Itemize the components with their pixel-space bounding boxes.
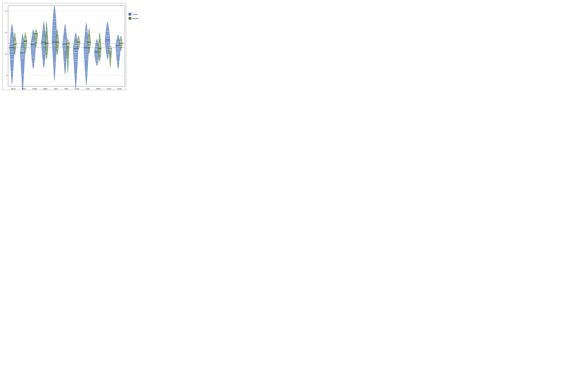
svg-rect-177	[44, 38, 45, 38]
plot-and-legend: 8101214BLCABRCACOADHNSCKICHKIRCLUADLUSCP…	[2, 3, 146, 91]
svg-rect-309	[68, 44, 69, 44]
svg-rect-129	[33, 42, 34, 43]
svg-rect-404	[89, 33, 90, 33]
svg-rect-234	[54, 45, 54, 46]
svg-text:KICH: KICH	[54, 88, 58, 90]
svg-rect-492	[108, 54, 108, 55]
svg-rect-207	[47, 46, 47, 46]
svg-rect-74	[22, 48, 22, 49]
svg-text:UCEC: UCEC	[117, 88, 122, 90]
svg-rect-45	[15, 32, 15, 33]
svg-rect-154	[36, 33, 36, 33]
svg-rect-331	[74, 46, 75, 46]
svg-rect-205	[46, 41, 47, 41]
svg-rect-288	[65, 62, 66, 62]
svg-rect-24	[12, 39, 13, 39]
svg-rect-49	[15, 41, 16, 41]
svg-rect-102	[26, 39, 26, 40]
svg-rect-512	[109, 49, 110, 50]
svg-rect-99	[25, 38, 25, 38]
plot-svg: 8101214BLCABRCACOADHNSCKICHKIRCLUADLUSCP…	[3, 3, 126, 90]
svg-rect-482	[107, 31, 107, 32]
svg-rect-504	[110, 45, 111, 46]
svg-rect-362	[79, 45, 79, 46]
svg-rect-53	[14, 45, 14, 45]
svg-rect-51	[15, 42, 16, 43]
svg-rect-59	[15, 55, 15, 55]
svg-rect-505	[110, 46, 110, 47]
svg-rect-198	[46, 22, 47, 22]
svg-rect-328	[76, 38, 77, 38]
svg-rect-411	[89, 43, 90, 44]
svg-rect-149	[36, 31, 36, 31]
svg-rect-537	[118, 43, 118, 44]
svg-rect-153	[36, 33, 37, 33]
svg-rect-377	[86, 23, 86, 23]
svg-rect-204	[47, 41, 48, 41]
svg-rect-388	[87, 59, 87, 59]
svg-rect-98	[26, 35, 26, 35]
svg-rect-128	[34, 42, 35, 43]
svg-rect-403	[89, 33, 89, 33]
svg-rect-249	[57, 29, 57, 29]
svg-rect-441	[97, 63, 97, 63]
svg-rect-359	[78, 43, 78, 43]
svg-rect-152	[35, 33, 35, 33]
svg-rect-50	[14, 42, 14, 43]
svg-rect-185	[43, 61, 44, 61]
svg-rect-180	[43, 40, 44, 40]
svg-rect-289	[65, 74, 65, 75]
svg-text:10: 10	[5, 53, 7, 55]
svg-rect-332	[77, 46, 77, 46]
svg-rect-225	[54, 12, 54, 12]
svg-rect-409	[89, 40, 89, 40]
svg-rect-182	[44, 45, 45, 46]
svg-rect-80	[23, 54, 24, 55]
svg-rect-455	[100, 38, 100, 38]
plot-wrapper: 8101214BLCABRCACOADHNSCKICHKIRCLUADLUSCP…	[2, 3, 127, 91]
svg-rect-391	[86, 85, 86, 85]
svg-text:KIRC: KIRC	[65, 88, 68, 90]
svg-rect-407	[88, 40, 89, 40]
svg-rect-147	[36, 29, 36, 29]
svg-rect-20	[12, 24, 12, 24]
svg-rect-308	[67, 44, 68, 44]
svg-rect-101	[24, 39, 25, 40]
svg-text:HNSC: HNSC	[43, 88, 48, 90]
svg-rect-232	[53, 43, 54, 43]
svg-rect-126	[34, 41, 34, 41]
svg-rect-428	[97, 39, 97, 39]
svg-rect-430	[97, 42, 98, 43]
svg-rect-134	[33, 63, 33, 63]
svg-rect-437	[98, 54, 98, 55]
svg-rect-459	[100, 46, 101, 46]
svg-rect-509	[109, 48, 110, 48]
svg-rect-307	[68, 42, 68, 42]
svg-rect-458	[99, 46, 99, 46]
svg-rect-508	[111, 47, 111, 48]
svg-rect-507	[110, 47, 110, 48]
svg-rect-479	[107, 22, 108, 22]
svg-rect-556	[120, 38, 121, 39]
svg-rect-97	[25, 35, 25, 35]
svg-rect-413	[89, 46, 90, 47]
legend-label: Normal	[132, 17, 138, 19]
svg-rect-123	[33, 35, 33, 35]
svg-rect-110	[25, 53, 26, 53]
svg-rect-279	[66, 40, 66, 40]
svg-rect-257	[56, 44, 57, 44]
svg-rect-83	[22, 75, 23, 75]
svg-rect-557	[121, 38, 121, 39]
svg-rect-461	[99, 50, 99, 50]
svg-rect-29	[13, 51, 13, 51]
svg-rect-559	[121, 41, 122, 41]
svg-rect-253	[57, 38, 58, 38]
svg-rect-46	[14, 37, 15, 37]
svg-rect-73	[23, 41, 23, 41]
svg-rect-155	[35, 36, 36, 36]
svg-rect-387	[86, 59, 86, 59]
svg-rect-130	[32, 48, 33, 49]
svg-rect-416	[89, 54, 89, 54]
svg-text:8: 8	[6, 75, 7, 76]
svg-rect-510	[111, 48, 111, 48]
